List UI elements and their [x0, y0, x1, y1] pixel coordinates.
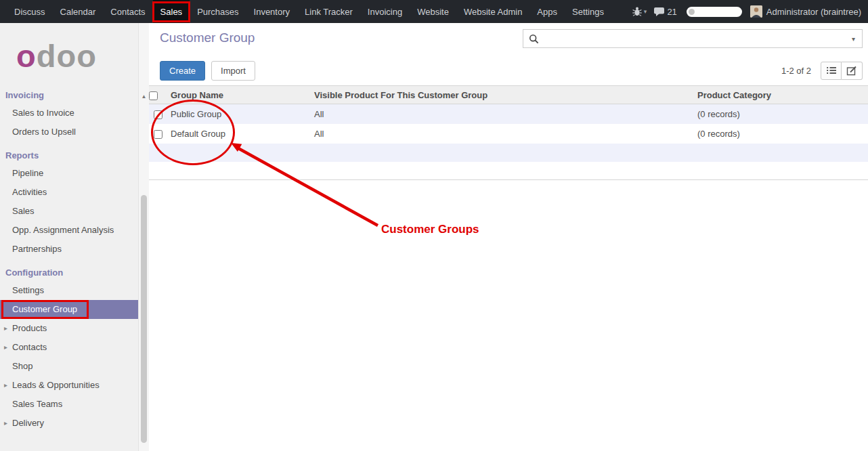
- row-checkbox[interactable]: [154, 130, 162, 139]
- sidebar-item-label: Activities: [12, 187, 47, 197]
- sidebar: odoo Invoicing Sales to Invoice Orders t…: [0, 23, 138, 451]
- menu-inventory[interactable]: Inventory: [246, 0, 297, 23]
- logo-letter: o: [16, 38, 37, 74]
- cell-product-category: (0 records): [693, 104, 868, 124]
- row-checkbox[interactable]: [154, 110, 162, 119]
- sidebar-item-label: Sales: [12, 206, 35, 216]
- list-view-icon: [826, 66, 837, 75]
- expand-arrow-icon: ▸: [4, 376, 7, 395]
- avatar[interactable]: [750, 5, 762, 18]
- sidebar-item-sales[interactable]: Sales: [0, 202, 138, 221]
- sidebar-item-label: Shop: [12, 361, 32, 371]
- import-button[interactable]: Import: [211, 61, 255, 81]
- row-checkbox-cell: [149, 104, 167, 124]
- cell-visible-product: All: [310, 104, 693, 124]
- sidebar-item-activities[interactable]: Activities: [0, 183, 138, 202]
- menu-sales-label: Sales: [160, 7, 183, 17]
- column-product-category[interactable]: Product Category: [693, 86, 868, 104]
- cell-product-category: (0 records): [693, 124, 868, 144]
- table-row-default-group[interactable]: Default Group All (0 records): [149, 124, 868, 144]
- table-row-public-group[interactable]: Public Group All (0 records): [149, 104, 868, 124]
- top-navbar: Discuss Calendar Contacts Sales Purchase…: [0, 0, 868, 23]
- expand-arrow-icon: ▸: [4, 338, 7, 357]
- menu-sales[interactable]: Sales: [153, 0, 190, 23]
- topbar-right: ▾ 21 Administrator (braintree): [632, 0, 868, 23]
- sidebar-item-settings[interactable]: Settings: [0, 281, 138, 300]
- menu-website-admin[interactable]: Website Admin: [456, 0, 529, 23]
- menu-apps[interactable]: Apps: [529, 0, 565, 23]
- button-bar: Create Import 1-2 of 2: [149, 56, 868, 85]
- expand-arrow-icon: ▸: [4, 414, 7, 433]
- sidebar-item-customer-group[interactable]: Customer Group: [0, 300, 138, 319]
- body-row: odoo Invoicing Sales to Invoice Orders t…: [0, 23, 868, 451]
- menu-discuss[interactable]: Discuss: [7, 0, 53, 23]
- customer-group-table: Group Name Visible Product For This Cust…: [149, 85, 868, 180]
- form-view-button[interactable]: [842, 62, 863, 80]
- pager-area: 1-2 of 2: [781, 62, 868, 80]
- sidebar-item-shop[interactable]: Shop: [0, 357, 138, 376]
- chat-icon[interactable]: [653, 6, 665, 17]
- sidebar-item-products[interactable]: ▸Products: [0, 319, 138, 338]
- sidebar-item-partnerships[interactable]: Partnerships: [0, 240, 138, 259]
- sidebar-section-reports: Reports: [0, 142, 138, 164]
- sidebar-item-opp-assignment-analysis[interactable]: Opp. Assignment Analysis: [0, 221, 138, 240]
- menu-invoicing[interactable]: Invoicing: [360, 0, 410, 23]
- sidebar-item-label: Leads & Opportunities: [12, 380, 100, 390]
- menu-contacts[interactable]: Contacts: [103, 0, 152, 23]
- menu-settings[interactable]: Settings: [565, 0, 611, 23]
- create-button[interactable]: Create: [160, 61, 205, 81]
- sidebar-section-configuration: Configuration: [0, 259, 138, 281]
- sidebar-item-label: Contacts: [12, 342, 47, 352]
- expand-arrow-icon: ▸: [4, 319, 7, 338]
- logo-rest: doo: [37, 38, 97, 74]
- pager: 1-2 of 2: [781, 66, 811, 76]
- search-box: ▾: [523, 29, 863, 48]
- sidebar-item-orders-to-upsell[interactable]: Orders to Upsell: [0, 123, 138, 142]
- column-group-name[interactable]: Group Name: [167, 86, 310, 104]
- scrollbar-thumb[interactable]: [141, 195, 147, 443]
- control-panel: Customer Group ▾: [149, 23, 868, 56]
- sidebar-item-sales-to-invoice[interactable]: Sales to Invoice: [0, 104, 138, 123]
- sidebar-item-label: Opp. Assignment Analysis: [12, 225, 114, 235]
- top-menu: Discuss Calendar Contacts Sales Purchase…: [7, 0, 611, 23]
- cell-visible-product: All: [310, 124, 693, 144]
- sidebar-item-pipeline[interactable]: Pipeline: [0, 164, 138, 183]
- bug-icon[interactable]: [632, 6, 643, 17]
- column-visible-product[interactable]: Visible Product For This Customer Group: [310, 86, 693, 104]
- chevron-down-icon[interactable]: ▾: [644, 8, 647, 15]
- search-dropdown-icon[interactable]: ▾: [848, 35, 859, 43]
- sidebar-item-label: Sales Teams: [12, 399, 62, 409]
- sidebar-item-label: Customer Group: [12, 304, 77, 314]
- sidebar-item-label: Delivery: [12, 418, 44, 428]
- odoo-logo: odoo: [0, 23, 138, 81]
- sidebar-item-label: Orders to Upsell: [12, 127, 76, 137]
- list-view-button[interactable]: [821, 62, 842, 80]
- menu-purchases[interactable]: Purchases: [190, 0, 246, 23]
- menu-link-tracker[interactable]: Link Tracker: [297, 0, 360, 23]
- sidebar-item-contacts[interactable]: ▸Contacts: [0, 338, 138, 357]
- empty-row: [149, 162, 868, 180]
- sidebar-item-delivery[interactable]: ▸Delivery: [0, 414, 138, 433]
- search-icon: [529, 34, 539, 44]
- menu-calendar[interactable]: Calendar: [53, 0, 104, 23]
- menu-website[interactable]: Website: [410, 0, 456, 23]
- sidebar-section-invoicing: Invoicing: [0, 81, 138, 104]
- cell-group-name: Public Group: [167, 104, 310, 124]
- recorder-pill: [687, 7, 742, 17]
- search-input[interactable]: [539, 34, 848, 44]
- table-header-row: Group Name Visible Product For This Cust…: [149, 86, 868, 104]
- scroll-up-icon[interactable]: ▲: [139, 93, 149, 100]
- sidebar-item-sales-teams[interactable]: Sales Teams: [0, 395, 138, 414]
- sidebar-scrollbar[interactable]: ▲: [138, 23, 149, 451]
- sidebar-item-label: Sales to Invoice: [12, 108, 74, 118]
- sidebar-item-label: Pipeline: [12, 168, 43, 178]
- user-menu[interactable]: Administrator (braintree): [766, 7, 861, 17]
- message-count-badge: 21: [667, 7, 676, 17]
- select-all-checkbox[interactable]: [149, 91, 158, 100]
- empty-row: [149, 144, 868, 162]
- cell-group-name: Default Group: [167, 124, 310, 144]
- sidebar-item-label: Products: [12, 323, 47, 333]
- view-switcher: [821, 62, 863, 80]
- sidebar-item-leads-opportunities[interactable]: ▸Leads & Opportunities: [0, 376, 138, 395]
- sidebar-item-label: Partnerships: [12, 244, 62, 254]
